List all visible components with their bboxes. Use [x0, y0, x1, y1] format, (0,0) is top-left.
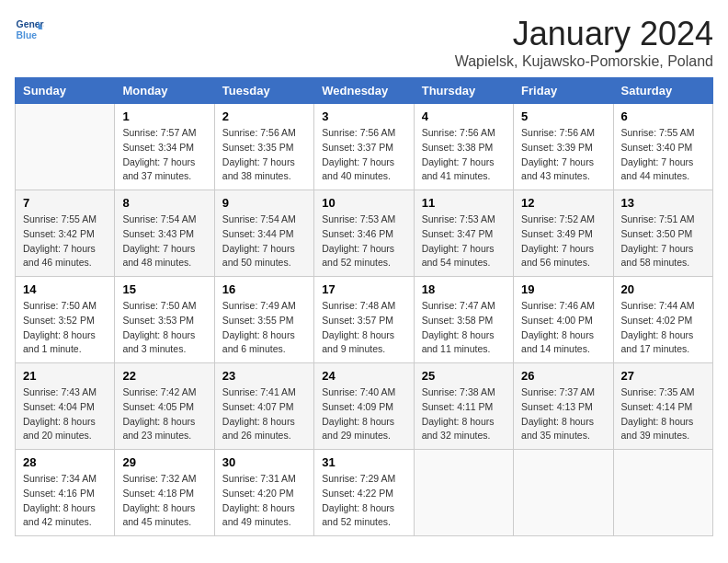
- calendar-cell: 19Sunrise: 7:46 AMSunset: 4:00 PMDayligh…: [514, 277, 613, 363]
- day-info: Sunrise: 7:42 AMSunset: 4:05 PMDaylight:…: [122, 385, 206, 443]
- calendar-cell: 23Sunrise: 7:41 AMSunset: 4:07 PMDayligh…: [214, 363, 313, 450]
- logo-icon: General Blue: [15, 15, 44, 44]
- calendar-cell: 10Sunrise: 7:53 AMSunset: 3:46 PMDayligh…: [314, 190, 414, 277]
- calendar-cell: 15Sunrise: 7:50 AMSunset: 3:53 PMDayligh…: [115, 277, 214, 363]
- calendar-cell: 2Sunrise: 7:56 AMSunset: 3:35 PMDaylight…: [214, 104, 313, 190]
- day-info: Sunrise: 7:29 AMSunset: 4:22 PMDaylight:…: [322, 472, 405, 530]
- day-number: 21: [23, 369, 107, 383]
- day-info: Sunrise: 7:46 AMSunset: 4:00 PMDaylight:…: [521, 299, 605, 357]
- day-info: Sunrise: 7:56 AMSunset: 3:37 PMDaylight:…: [322, 126, 405, 184]
- month-title: January 2024: [455, 15, 713, 53]
- day-number: 8: [122, 196, 206, 210]
- day-number: 5: [521, 109, 605, 123]
- day-number: 17: [322, 282, 405, 296]
- calendar-cell: 22Sunrise: 7:42 AMSunset: 4:05 PMDayligh…: [115, 363, 214, 450]
- day-number: 30: [222, 455, 306, 469]
- calendar-cell: 3Sunrise: 7:56 AMSunset: 3:37 PMDaylight…: [314, 104, 414, 190]
- weekday-header-row: SundayMondayTuesdayWednesdayThursdayFrid…: [16, 78, 713, 104]
- calendar-cell: 24Sunrise: 7:40 AMSunset: 4:09 PMDayligh…: [314, 363, 414, 450]
- day-info: Sunrise: 7:41 AMSunset: 4:07 PMDaylight:…: [222, 385, 306, 443]
- calendar-week-1: 1Sunrise: 7:57 AMSunset: 3:34 PMDaylight…: [16, 104, 713, 190]
- calendar-cell: [613, 450, 712, 536]
- day-number: 2: [222, 109, 306, 123]
- day-number: 26: [521, 369, 605, 383]
- calendar-cell: 1Sunrise: 7:57 AMSunset: 3:34 PMDaylight…: [115, 104, 214, 190]
- calendar-cell: 9Sunrise: 7:54 AMSunset: 3:44 PMDaylight…: [214, 190, 313, 277]
- day-info: Sunrise: 7:31 AMSunset: 4:20 PMDaylight:…: [222, 472, 306, 530]
- day-info: Sunrise: 7:53 AMSunset: 3:46 PMDaylight:…: [322, 213, 405, 270]
- day-number: 20: [621, 282, 705, 296]
- day-info: Sunrise: 7:55 AMSunset: 3:42 PMDaylight:…: [23, 213, 107, 270]
- calendar-cell: 7Sunrise: 7:55 AMSunset: 3:42 PMDaylight…: [16, 190, 115, 277]
- weekday-header-monday: Monday: [115, 78, 214, 104]
- day-number: 25: [422, 369, 506, 383]
- calendar-cell: 4Sunrise: 7:56 AMSunset: 3:38 PMDaylight…: [414, 104, 513, 190]
- calendar-cell: 14Sunrise: 7:50 AMSunset: 3:52 PMDayligh…: [16, 277, 115, 363]
- day-info: Sunrise: 7:50 AMSunset: 3:53 PMDaylight:…: [122, 299, 206, 357]
- day-number: 10: [322, 196, 405, 210]
- day-number: 16: [222, 282, 306, 296]
- calendar-cell: 12Sunrise: 7:52 AMSunset: 3:49 PMDayligh…: [514, 190, 613, 277]
- calendar-cell: 6Sunrise: 7:55 AMSunset: 3:40 PMDaylight…: [613, 104, 712, 190]
- day-info: Sunrise: 7:50 AMSunset: 3:52 PMDaylight:…: [23, 299, 107, 357]
- day-number: 15: [122, 282, 206, 296]
- day-number: 23: [222, 369, 306, 383]
- day-info: Sunrise: 7:35 AMSunset: 4:14 PMDaylight:…: [621, 385, 705, 443]
- weekday-header-tuesday: Tuesday: [214, 78, 313, 104]
- calendar-table: SundayMondayTuesdayWednesdayThursdayFrid…: [15, 77, 713, 536]
- day-number: 27: [621, 369, 705, 383]
- calendar-cell: [414, 450, 513, 536]
- day-info: Sunrise: 7:56 AMSunset: 3:38 PMDaylight:…: [422, 126, 506, 184]
- calendar-cell: 28Sunrise: 7:34 AMSunset: 4:16 PMDayligh…: [16, 450, 115, 536]
- weekday-header-wednesday: Wednesday: [314, 78, 414, 104]
- day-number: 9: [222, 196, 306, 210]
- day-info: Sunrise: 7:48 AMSunset: 3:57 PMDaylight:…: [322, 299, 405, 357]
- weekday-header-thursday: Thursday: [414, 78, 513, 104]
- day-info: Sunrise: 7:37 AMSunset: 4:13 PMDaylight:…: [521, 385, 605, 443]
- calendar-cell: 11Sunrise: 7:53 AMSunset: 3:47 PMDayligh…: [414, 190, 513, 277]
- day-info: Sunrise: 7:40 AMSunset: 4:09 PMDaylight:…: [322, 385, 405, 443]
- weekday-header-sunday: Sunday: [16, 78, 115, 104]
- weekday-header-friday: Friday: [514, 78, 613, 104]
- calendar-cell: 16Sunrise: 7:49 AMSunset: 3:55 PMDayligh…: [214, 277, 313, 363]
- calendar-cell: 13Sunrise: 7:51 AMSunset: 3:50 PMDayligh…: [613, 190, 712, 277]
- calendar-cell: 20Sunrise: 7:44 AMSunset: 4:02 PMDayligh…: [613, 277, 712, 363]
- title-block: January 2024 Wapielsk, Kujawsko-Pomorski…: [455, 15, 713, 70]
- location-title: Wapielsk, Kujawsko-Pomorskie, Poland: [455, 53, 713, 70]
- day-number: 31: [322, 455, 405, 469]
- day-info: Sunrise: 7:51 AMSunset: 3:50 PMDaylight:…: [621, 213, 705, 270]
- day-info: Sunrise: 7:32 AMSunset: 4:18 PMDaylight:…: [122, 472, 206, 530]
- day-number: 22: [122, 369, 206, 383]
- day-info: Sunrise: 7:52 AMSunset: 3:49 PMDaylight:…: [521, 213, 605, 270]
- day-number: 13: [621, 196, 705, 210]
- calendar-cell: 21Sunrise: 7:43 AMSunset: 4:04 PMDayligh…: [16, 363, 115, 450]
- day-info: Sunrise: 7:38 AMSunset: 4:11 PMDaylight:…: [422, 385, 506, 443]
- calendar-cell: 5Sunrise: 7:56 AMSunset: 3:39 PMDaylight…: [514, 104, 613, 190]
- logo: General Blue: [15, 15, 44, 44]
- day-info: Sunrise: 7:49 AMSunset: 3:55 PMDaylight:…: [222, 299, 306, 357]
- day-number: 24: [322, 369, 405, 383]
- day-number: 14: [23, 282, 107, 296]
- day-number: 12: [521, 196, 605, 210]
- calendar-cell: 27Sunrise: 7:35 AMSunset: 4:14 PMDayligh…: [613, 363, 712, 450]
- calendar-cell: 8Sunrise: 7:54 AMSunset: 3:43 PMDaylight…: [115, 190, 214, 277]
- svg-text:Blue: Blue: [17, 30, 38, 40]
- calendar-week-5: 28Sunrise: 7:34 AMSunset: 4:16 PMDayligh…: [16, 450, 713, 536]
- calendar-cell: 18Sunrise: 7:47 AMSunset: 3:58 PMDayligh…: [414, 277, 513, 363]
- calendar-week-4: 21Sunrise: 7:43 AMSunset: 4:04 PMDayligh…: [16, 363, 713, 450]
- day-number: 7: [23, 196, 107, 210]
- calendar-cell: [16, 104, 115, 190]
- calendar-cell: 29Sunrise: 7:32 AMSunset: 4:18 PMDayligh…: [115, 450, 214, 536]
- day-info: Sunrise: 7:34 AMSunset: 4:16 PMDaylight:…: [23, 472, 107, 530]
- day-number: 29: [122, 455, 206, 469]
- calendar-cell: 25Sunrise: 7:38 AMSunset: 4:11 PMDayligh…: [414, 363, 513, 450]
- weekday-header-saturday: Saturday: [613, 78, 712, 104]
- page-header: General Blue January 2024 Wapielsk, Kuja…: [15, 15, 713, 70]
- day-number: 28: [23, 455, 107, 469]
- calendar-cell: 17Sunrise: 7:48 AMSunset: 3:57 PMDayligh…: [314, 277, 414, 363]
- day-info: Sunrise: 7:47 AMSunset: 3:58 PMDaylight:…: [422, 299, 506, 357]
- calendar-cell: [514, 450, 613, 536]
- day-info: Sunrise: 7:55 AMSunset: 3:40 PMDaylight:…: [621, 126, 705, 184]
- day-info: Sunrise: 7:43 AMSunset: 4:04 PMDaylight:…: [23, 385, 107, 443]
- calendar-week-3: 14Sunrise: 7:50 AMSunset: 3:52 PMDayligh…: [16, 277, 713, 363]
